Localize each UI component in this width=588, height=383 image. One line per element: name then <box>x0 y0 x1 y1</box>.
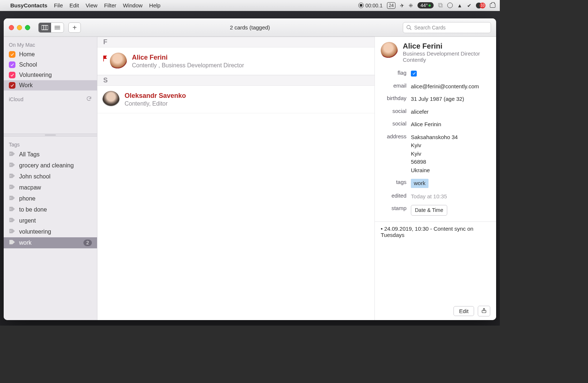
sidebar-tag-item[interactable]: volunteering <box>4 226 97 237</box>
status-date-icon[interactable]: 24 <box>387 2 395 9</box>
menu-help[interactable]: Help <box>149 2 161 8</box>
sidebar-calendar-volunteering[interactable]: Volunteering <box>4 70 97 80</box>
tag-icon <box>9 173 15 180</box>
add-card-button[interactable]: + <box>68 22 81 33</box>
detail-edit-button[interactable]: Edit <box>453 306 474 316</box>
list-section-header: S <box>97 75 374 86</box>
detail-panel: Alice Ferini Business Development Direct… <box>375 37 496 320</box>
search-input[interactable]: Search Cards <box>403 22 491 33</box>
status-triangle-icon[interactable]: ▲ <box>457 3 463 8</box>
menu-window[interactable]: Window <box>123 2 142 8</box>
sidebar-calendar-work[interactable]: Work <box>4 80 97 91</box>
field-label-birthday: birthday <box>381 95 406 101</box>
status-weather[interactable]: 44° <box>417 2 434 8</box>
sidebar-calendar-checkbox[interactable] <box>9 51 15 58</box>
search-icon <box>406 25 412 31</box>
sidebar-calendar-home[interactable]: Home <box>4 49 97 60</box>
sidebar-tag-item[interactable]: All Tags <box>4 149 97 160</box>
sidebar-calendar-checkbox[interactable] <box>9 82 15 89</box>
field-label-social2: social <box>381 120 406 127</box>
sidebar-calendar-label: Volunteering <box>19 72 52 78</box>
stamp-datetime-button[interactable]: Date & Time <box>411 205 447 216</box>
search-placeholder: Search Cards <box>414 25 446 31</box>
sidebar-heading-icloud[interactable]: iCloud <box>4 93 97 104</box>
sync-icon[interactable] <box>86 96 92 103</box>
sidebar-tag-label: to be done <box>19 206 47 213</box>
sidebar-tag-item[interactable]: grocery and cleaning <box>4 160 97 171</box>
view-mode-columns-button[interactable] <box>39 23 51 32</box>
svg-point-13 <box>10 209 11 210</box>
field-value-birthday: 31 July 1987 (age 32) <box>411 95 490 103</box>
app-menu[interactable]: BusyContacts <box>10 2 47 8</box>
detail-tag-pill[interactable]: work <box>411 179 429 188</box>
field-value-tags[interactable]: work <box>411 179 490 188</box>
contact-list: FAlice FeriniContently , Business Develo… <box>97 37 375 320</box>
detail-notes[interactable]: • 24.09.2019, 10:30 - Content sync on Tu… <box>375 221 496 242</box>
contact-card[interactable]: Oleksandr SavenkoContently, Editor <box>97 86 374 113</box>
svg-point-11 <box>10 187 11 188</box>
contact-card[interactable]: Alice FeriniContently , Business Develop… <box>97 47 374 75</box>
view-mode-list-button[interactable] <box>51 23 64 32</box>
tag-icon <box>9 239 15 247</box>
status-notif-icon[interactable]: 10 <box>476 3 485 8</box>
menu-file[interactable]: File <box>54 2 63 8</box>
contact-name: Alice Ferini <box>132 54 244 61</box>
field-value-email[interactable]: alice@ferini@contently.com <box>411 82 490 91</box>
sidebar-heading-icloud-label: iCloud <box>9 96 24 102</box>
field-label-tags: tags <box>381 179 406 185</box>
svg-line-7 <box>410 28 411 30</box>
field-value-social2[interactable]: Alice Ferinin <box>411 120 490 129</box>
svg-point-16 <box>10 242 11 243</box>
plus-icon: + <box>72 24 77 31</box>
field-label-stamp: stamp <box>381 205 406 211</box>
status-paperplane-icon[interactable]: ✈︎ <box>399 2 405 9</box>
sidebar-tag-item[interactable]: macpaw <box>4 182 97 193</box>
sidebar-tag-label: work <box>19 240 32 246</box>
sidebar-heading-tags: Tags <box>4 139 97 149</box>
field-value-flag[interactable] <box>411 70 490 78</box>
sidebar: On My Mac HomeSchoolVolunteeringWork iCl… <box>4 37 97 320</box>
view-mode-segmented <box>38 22 64 33</box>
sidebar-calendar-label: Home <box>19 51 35 58</box>
status-weather-label: 44° <box>420 3 428 8</box>
detail-avatar <box>381 42 398 59</box>
detail-title: Business Development Director <box>403 50 480 57</box>
sidebar-splitter[interactable] <box>4 134 97 136</box>
sidebar-tag-item[interactable]: work2 <box>4 237 97 248</box>
window-zoom-button[interactable] <box>25 25 30 30</box>
sidebar-tag-item[interactable]: John school <box>4 171 97 182</box>
list-section-header: F <box>97 37 374 47</box>
menu-filter[interactable]: Filter <box>104 2 116 8</box>
status-bluetooth-icon[interactable]: ⁜ <box>409 3 413 8</box>
sidebar-calendar-checkbox[interactable] <box>9 72 15 78</box>
window-close-button[interactable] <box>9 25 14 30</box>
detail-share-button[interactable] <box>478 306 490 316</box>
sidebar-tag-label: John school <box>19 173 50 180</box>
contact-subtitle: Contently , Business Development Directo… <box>132 62 244 69</box>
menu-edit[interactable]: Edit <box>69 2 79 8</box>
menu-view[interactable]: View <box>86 2 97 8</box>
sidebar-tag-item[interactable]: to be done <box>4 204 97 215</box>
svg-point-14 <box>10 220 11 221</box>
sidebar-heading-onmymac: On My Mac <box>4 39 97 49</box>
sidebar-tag-label: grocery and cleaning <box>19 162 74 169</box>
tag-icon <box>9 184 15 191</box>
sidebar-calendar-school[interactable]: School <box>4 60 97 70</box>
status-circle-icon[interactable] <box>447 3 453 8</box>
status-airplay-icon[interactable] <box>490 3 495 8</box>
sidebar-tag-item[interactable]: urgent <box>4 215 97 226</box>
tag-icon <box>9 195 15 202</box>
contact-name: Oleksandr Savenko <box>125 92 186 100</box>
field-value-social1[interactable]: alicefer <box>411 108 490 116</box>
status-check-icon[interactable]: ✔︎ <box>467 3 472 8</box>
columns-icon <box>42 25 48 30</box>
status-record-icon[interactable]: 00:00.1 <box>358 3 383 8</box>
sidebar-tag-item[interactable]: phone <box>4 193 97 204</box>
contact-avatar <box>110 53 127 70</box>
sidebar-tag-label: volunteering <box>19 228 51 235</box>
status-dropbox-icon[interactable]: ⧉ <box>438 1 443 9</box>
sidebar-calendar-checkbox[interactable] <box>9 61 15 68</box>
window-minimize-button[interactable] <box>17 25 22 30</box>
field-label-address: address <box>381 133 406 139</box>
field-label-email: email <box>381 82 406 89</box>
